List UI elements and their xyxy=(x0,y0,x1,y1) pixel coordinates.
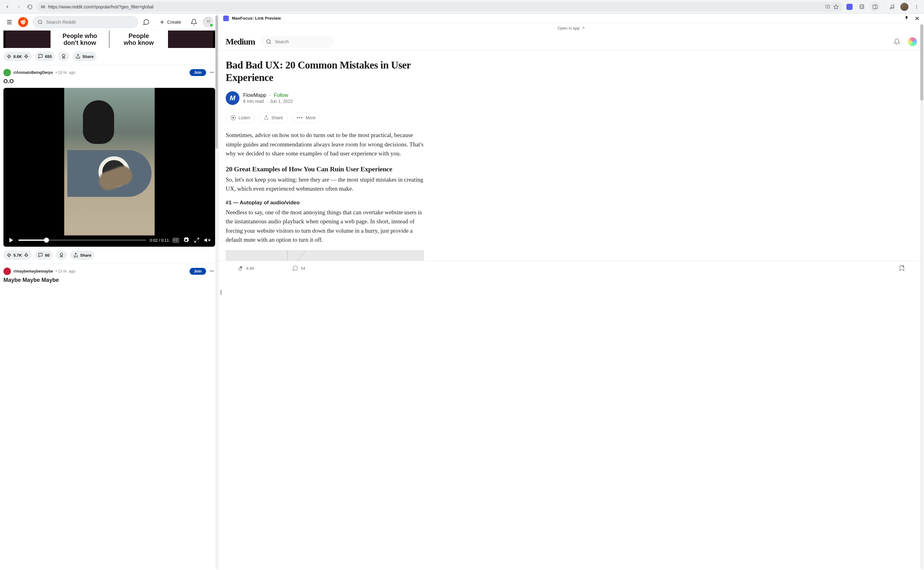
user-avatar[interactable] xyxy=(203,17,214,28)
media-control-icon[interactable] xyxy=(888,3,896,11)
upvote-icon[interactable] xyxy=(6,54,12,59)
svg-point-41 xyxy=(60,253,63,256)
svg-point-22 xyxy=(25,21,26,22)
author-row: M FlowMapp · Follow 6 min read · Jun 1, … xyxy=(226,91,424,105)
join-button[interactable]: Join xyxy=(189,69,206,76)
share-button[interactable]: Share xyxy=(259,112,288,123)
post-more-button[interactable]: ••• xyxy=(209,269,215,273)
medium-avatar[interactable] xyxy=(908,37,917,46)
share-button[interactable]: Share xyxy=(72,52,97,61)
preview-content: Open in app Medium Bad Bad UX: 20 Common xyxy=(219,23,924,570)
author-name[interactable]: FlowMapp xyxy=(243,92,266,98)
install-icon[interactable] xyxy=(825,5,830,9)
svg-point-12 xyxy=(916,8,917,9)
search-input[interactable] xyxy=(46,19,134,25)
comments-button[interactable]: 655 xyxy=(35,52,55,61)
back-button[interactable] xyxy=(3,3,12,11)
play-icon xyxy=(231,115,236,121)
join-button[interactable]: Join xyxy=(189,268,206,275)
downvote-icon[interactable] xyxy=(24,253,29,257)
bookmark-star-icon[interactable] xyxy=(833,4,839,10)
chat-button[interactable] xyxy=(143,19,150,26)
post-image-partial[interactable]: People who don't know People who know xyxy=(3,31,215,48)
share-button[interactable]: Share xyxy=(70,250,94,260)
reload-button[interactable] xyxy=(26,3,34,11)
scrollbar[interactable] xyxy=(215,14,218,569)
author-avatar[interactable]: M xyxy=(226,91,240,105)
article: Bad Bad UX: 20 Common Mistakes in User E… xyxy=(219,51,431,261)
browser-toolbar: https://www.reddit.com/r/popular/hot/?ge… xyxy=(0,0,924,14)
medium-footer: 4.6K 54 xyxy=(219,261,924,276)
reddit-logo[interactable] xyxy=(18,17,28,27)
clap-icon xyxy=(238,265,244,271)
more-button[interactable]: ••• More xyxy=(292,112,320,123)
settings-button[interactable] xyxy=(183,237,189,244)
url-bar[interactable]: https://www.reddit.com/r/popular/hot/?ge… xyxy=(37,2,843,12)
extensions-icon[interactable] xyxy=(858,3,866,11)
svg-point-21 xyxy=(21,21,22,22)
notifications-button[interactable] xyxy=(893,38,900,45)
notifications-button[interactable] xyxy=(191,19,197,26)
extension-title: MaxFocus: Link Preview xyxy=(232,16,281,21)
close-button[interactable] xyxy=(915,16,919,21)
comments-button[interactable]: 60 xyxy=(35,250,52,260)
menu-icon[interactable] xyxy=(912,3,921,11)
vote-pill[interactable]: 5.7K xyxy=(3,250,32,260)
clap-button[interactable]: 4.6K xyxy=(238,265,255,271)
reddit-feed: People who don't know People who know 8.… xyxy=(0,31,218,283)
responses-button[interactable]: 54 xyxy=(292,265,305,271)
create-button[interactable]: Create xyxy=(155,17,185,27)
svg-point-29 xyxy=(207,21,208,21)
svg-point-45 xyxy=(266,40,270,43)
extension-logo xyxy=(223,15,229,21)
downvote-icon[interactable] xyxy=(24,54,29,59)
progress-bar[interactable] xyxy=(18,239,146,241)
award-button[interactable] xyxy=(56,250,67,260)
svg-rect-3 xyxy=(43,7,45,8)
video-controls: 0:02 / 0:11 CC xyxy=(3,234,215,247)
listen-button[interactable]: Listen xyxy=(226,112,255,123)
open-in-app[interactable]: Open in app xyxy=(219,23,924,33)
post-title[interactable]: Maybe Maybe Maybe xyxy=(3,275,215,283)
reddit-search[interactable] xyxy=(32,16,138,28)
menu-button[interactable] xyxy=(5,18,14,26)
follow-button[interactable]: Follow xyxy=(274,92,288,98)
upvote-icon[interactable] xyxy=(6,253,12,257)
svg-rect-6 xyxy=(873,5,877,9)
post-more-button[interactable]: ••• xyxy=(209,70,215,75)
scrollbar[interactable] xyxy=(920,24,923,569)
fullscreen-button[interactable] xyxy=(193,237,200,244)
svg-point-8 xyxy=(890,8,892,9)
comment-icon xyxy=(38,253,43,257)
svg-point-10 xyxy=(916,5,917,6)
bookmark-button[interactable] xyxy=(898,265,905,271)
forward-button[interactable] xyxy=(14,3,23,11)
medium-search-input[interactable] xyxy=(275,39,329,44)
publish-date: Jun 1, 2022 xyxy=(270,99,293,104)
video-time: 0:02 / 0:11 xyxy=(150,238,169,243)
award-icon xyxy=(61,54,66,59)
svg-point-11 xyxy=(916,6,917,7)
profile-avatar[interactable] xyxy=(900,3,909,11)
extension-maxfocus-icon[interactable] xyxy=(845,3,854,11)
subreddit-avatar[interactable] xyxy=(3,268,11,275)
svg-point-23 xyxy=(38,20,42,24)
medium-logo[interactable]: Medium xyxy=(226,37,255,47)
post-title[interactable]: O.O xyxy=(3,76,215,88)
award-button[interactable] xyxy=(58,52,69,61)
pin-button[interactable] xyxy=(904,16,909,21)
vote-pill[interactable]: 8.6K xyxy=(3,52,32,61)
subreddit-name[interactable]: r/maybemaybemaybe xyxy=(14,269,53,273)
subreddit-avatar[interactable] xyxy=(3,69,11,76)
video-player[interactable]: 0:02 / 0:11 CC xyxy=(3,88,215,247)
play-button[interactable] xyxy=(8,237,15,244)
captions-button[interactable]: CC xyxy=(173,238,179,243)
url-text: https://www.reddit.com/r/popular/hot/?ge… xyxy=(48,5,154,9)
side-panel-button[interactable] xyxy=(870,2,880,12)
medium-search[interactable] xyxy=(261,36,334,48)
volume-button[interactable] xyxy=(204,237,211,244)
award-icon xyxy=(59,253,64,257)
pane-divider[interactable]: ‖ xyxy=(218,288,224,296)
subreddit-name[interactable]: r/AnimalsBeingDerps xyxy=(14,70,53,75)
post-header: r/AnimalsBeingDerps • 10 hr. ago Join ••… xyxy=(3,65,215,76)
